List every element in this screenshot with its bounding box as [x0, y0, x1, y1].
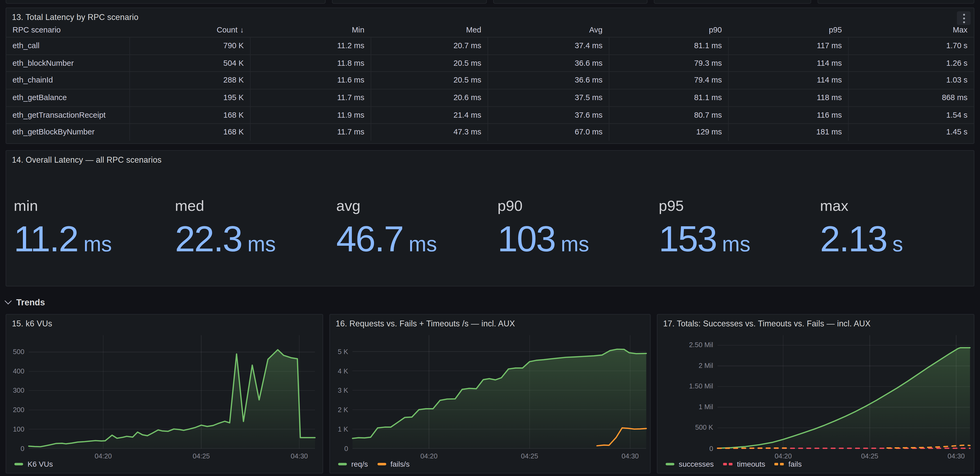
table-cell-value: 114 ms — [728, 72, 848, 89]
stat-value: 103ms — [498, 221, 651, 257]
reqs-plot-area — [352, 335, 646, 448]
legend-item-k6-vus[interactable]: K6 VUs — [14, 460, 53, 468]
y-axis-tick-label: 2 Mil — [658, 362, 713, 369]
table-cell-value: 36.6 ms — [488, 72, 609, 89]
table-cell-value: 67.0 ms — [488, 124, 609, 141]
table-cell-value: 79.3 ms — [609, 55, 728, 72]
x-axis-tick-label: 04:30 — [282, 452, 317, 460]
panel-title[interactable]: 15. k6 VUs — [12, 319, 52, 328]
column-header-p95[interactable]: p95 — [728, 23, 848, 37]
y-axis-tick-label: 500 — [6, 348, 24, 355]
table-cell-value: 114 ms — [728, 55, 848, 72]
table-cell-value: 37.6 ms — [488, 107, 609, 123]
table-row: eth_getTransactionReceipt168 K11.9 ms21.… — [6, 106, 974, 123]
legend-label: K6 VUs — [27, 460, 53, 468]
panel-title[interactable]: 14. Overall Latency — all RPC scenarios — [12, 155, 162, 165]
stat-value: 11.2ms — [14, 221, 168, 257]
stat-med: med 22.3ms — [168, 197, 329, 257]
table-cell-value: 21.4 ms — [371, 107, 487, 123]
table-cell-value: 790 K — [129, 38, 250, 54]
y-axis-tick-label: 2.50 Mil — [658, 341, 713, 349]
table-cell-value: 288 K — [129, 72, 250, 89]
legend-label: timeouts — [737, 460, 765, 468]
chevron-down-icon — [5, 297, 12, 305]
legend-item-fails-s[interactable]: fails/s — [377, 460, 409, 468]
y-axis-tick-label: 0 — [658, 444, 713, 452]
x-axis-tick-label: 04:20 — [412, 452, 447, 460]
column-header-max[interactable]: Max — [848, 23, 974, 37]
panel-edge — [332, 0, 487, 4]
y-axis-tick-label: 1 Mil — [658, 403, 713, 411]
y-axis-tick-label: 1.50 Mil — [658, 383, 713, 390]
table-cell-value: 11.9 ms — [250, 107, 371, 123]
legend-item-successes[interactable]: successes — [665, 460, 714, 468]
column-header-count[interactable]: Count↓ — [129, 23, 250, 37]
x-axis-tick-label: 04:30 — [939, 452, 974, 460]
section-label: Trends — [16, 297, 45, 307]
legend-item-fails[interactable]: fails — [775, 460, 802, 468]
column-header-rpc-scenario[interactable]: RPC scenario — [6, 23, 129, 37]
panel-title[interactable]: 13. Total Latency by RPC scenario — [12, 13, 138, 22]
grafana-dashboard: 13. Total Latency by RPC scenario RPC sc… — [0, 0, 980, 476]
legend-item-req-s[interactable]: req/s — [338, 460, 368, 468]
table-row: eth_getBlockByNumber168 K11.7 ms47.3 ms6… — [6, 123, 974, 141]
legend-swatch — [338, 463, 347, 465]
y-axis-tick-label: 0 — [6, 444, 24, 452]
table-cell-value: 168 K — [129, 107, 250, 123]
table-cell-value: 20.5 ms — [371, 72, 487, 89]
table-cell-value: 1.70 s — [848, 38, 974, 54]
legend-swatch — [377, 463, 386, 465]
table-body: eth_call790 K11.2 ms20.7 ms37.4 ms81.1 m… — [6, 37, 974, 141]
table-header: RPC scenario Count↓ Min Med Avg p90 p95 … — [6, 23, 974, 37]
stat-min: min 11.2ms — [6, 197, 167, 257]
x-axis-tick-label: 04:25 — [512, 452, 547, 460]
column-header-min[interactable]: Min — [250, 23, 371, 37]
table-row: eth_call790 K11.2 ms20.7 ms37.4 ms81.1 m… — [6, 37, 974, 54]
panel-title[interactable]: 16. Requests vs. Fails + Timeouts /s — i… — [336, 319, 515, 328]
chart-totals: 0500 K1 Mil1.50 Mil2 Mil2.50 Mil04:2004:… — [658, 335, 970, 448]
chart-legend: successestimeoutsfails — [665, 460, 802, 468]
column-header-p90[interactable]: p90 — [609, 23, 728, 37]
table-cell-value: 1.54 s — [848, 107, 974, 123]
y-axis-tick-label: 200 — [6, 406, 24, 413]
x-axis-tick-label: 04:25 — [852, 452, 888, 460]
panel-title[interactable]: 17. Totals: Successes vs. Timeouts vs. F… — [663, 319, 871, 328]
table-cell-value: 504 K — [129, 55, 250, 72]
stat-label: min — [14, 197, 168, 214]
table-cell-scenario: eth_call — [6, 38, 129, 54]
table-cell-scenario: eth_getBlockByNumber — [6, 124, 129, 141]
stat-p90: p90 103ms — [490, 197, 651, 257]
legend-item-timeouts[interactable]: timeouts — [723, 460, 765, 468]
x-axis-tick-label: 04:20 — [86, 452, 121, 460]
table-cell-scenario: eth_blockNumber — [6, 55, 129, 72]
table-cell-value: 11.6 ms — [250, 72, 371, 89]
panel-requests-vs-fails: 16. Requests vs. Fails + Timeouts /s — i… — [329, 314, 651, 473]
panel-overall-latency: 14. Overall Latency — all RPC scenarios … — [6, 150, 974, 286]
y-axis-tick-label: 5 K — [330, 347, 348, 355]
table-cell-value: 117 ms — [728, 38, 848, 54]
y-axis-tick-label: 400 — [6, 367, 24, 375]
panel-total-latency-table: 13. Total Latency by RPC scenario RPC sc… — [6, 8, 974, 144]
req/s-fill — [352, 349, 646, 449]
stat-label: p90 — [498, 197, 651, 214]
table-cell-value: 37.4 ms — [488, 38, 609, 54]
table-row: eth_getBalance195 K11.7 ms20.6 ms37.5 ms… — [6, 89, 974, 106]
stats-row: min 11.2ms med 22.3ms avg 46.7ms p90 103… — [6, 197, 974, 257]
stat-avg: avg 46.7ms — [329, 197, 490, 257]
chart-legend: K6 VUs — [14, 460, 53, 468]
table-cell-value: 868 ms — [848, 89, 974, 106]
table-cell-value: 168 K — [129, 124, 250, 141]
legend-label: fails/s — [390, 460, 410, 468]
table-cell-value: 11.7 ms — [250, 89, 371, 106]
column-header-avg[interactable]: Avg — [488, 23, 609, 37]
legend-swatch — [665, 463, 675, 465]
stat-value: 46.7ms — [336, 221, 490, 257]
table-row: eth_chainId288 K11.6 ms20.5 ms36.6 ms79.… — [6, 72, 974, 89]
table-cell-value: 1.26 s — [848, 55, 974, 72]
column-header-med[interactable]: Med — [371, 23, 487, 37]
panel-edge — [818, 0, 974, 4]
section-header-trends[interactable]: Trends — [6, 294, 45, 310]
stat-value: 153ms — [659, 221, 812, 257]
table-cell-value: 1.03 s — [848, 72, 974, 89]
totals-plot-area — [718, 335, 970, 448]
